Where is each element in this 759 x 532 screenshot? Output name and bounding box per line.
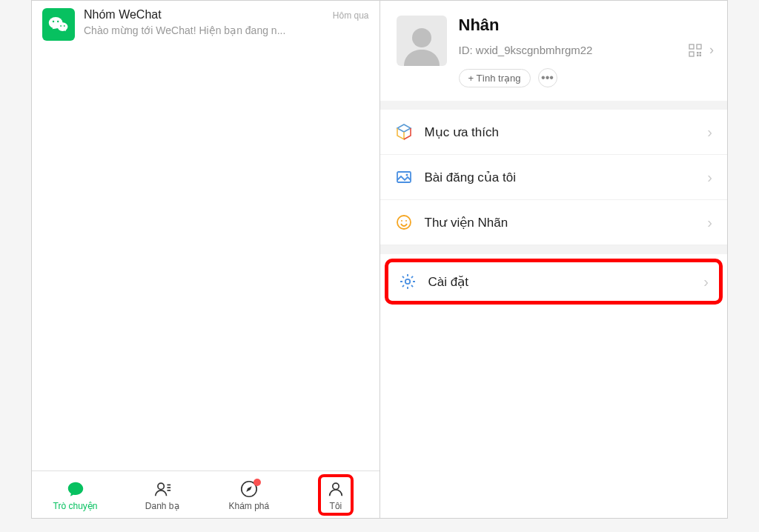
svg-rect-14 bbox=[697, 44, 701, 49]
highlight-annotation: Tôi bbox=[318, 474, 354, 516]
section-divider bbox=[380, 245, 728, 254]
contacts-icon bbox=[152, 479, 173, 499]
svg-point-24 bbox=[405, 220, 407, 222]
menu-list: Mục ưa thích › Bài đăng của tôi › bbox=[380, 110, 728, 309]
chat-list: Nhóm WeChat Hôm qua Chào mừng tới WeChat… bbox=[32, 1, 380, 471]
chevron-right-icon: › bbox=[709, 42, 714, 58]
menu-label: Bài đăng của tôi bbox=[425, 170, 696, 185]
svg-rect-13 bbox=[689, 44, 694, 49]
compass-icon bbox=[239, 479, 259, 499]
tab-discover[interactable]: Khám phá bbox=[205, 471, 292, 518]
profile-name: Nhân bbox=[459, 16, 715, 35]
chat-item-body: Nhóm WeChat Hôm qua Chào mừng tới WeChat… bbox=[84, 8, 369, 36]
svg-rect-15 bbox=[689, 52, 694, 56]
svg-rect-18 bbox=[697, 54, 699, 56]
image-icon bbox=[395, 168, 413, 186]
svg-point-4 bbox=[60, 25, 62, 27]
section-divider bbox=[380, 101, 728, 110]
svg-point-1 bbox=[53, 21, 54, 22]
status-button-label: + Tình trạng bbox=[468, 73, 521, 84]
chat-bubble-icon bbox=[65, 479, 86, 499]
svg-point-22 bbox=[397, 216, 411, 229]
chat-timestamp: Hôm qua bbox=[333, 10, 369, 21]
tab-label: Trò chuyện bbox=[53, 501, 98, 511]
tab-me[interactable]: Tôi bbox=[292, 471, 379, 518]
tab-label: Tôi bbox=[330, 501, 342, 511]
chevron-right-icon: › bbox=[707, 169, 712, 186]
svg-point-23 bbox=[401, 220, 402, 222]
chevron-right-icon: › bbox=[707, 214, 712, 231]
menu-item-favorites[interactable]: Mục ưa thích › bbox=[380, 110, 728, 155]
menu-item-settings[interactable]: Cài đặt › bbox=[385, 259, 723, 305]
svg-point-2 bbox=[57, 21, 59, 22]
tab-label: Khám phá bbox=[228, 501, 269, 511]
chat-preview: Chào mừng tới WeChat! Hiện bạn đang n... bbox=[84, 24, 369, 36]
smiley-icon bbox=[395, 213, 413, 231]
menu-item-stickers[interactable]: Thư viện Nhãn › bbox=[380, 200, 728, 245]
svg-point-21 bbox=[405, 174, 408, 176]
svg-point-11 bbox=[333, 483, 339, 489]
more-button[interactable]: ••• bbox=[538, 68, 557, 87]
wechat-icon bbox=[42, 8, 75, 41]
status-button[interactable]: + Tình trạng bbox=[459, 69, 531, 87]
svg-point-12 bbox=[412, 28, 431, 47]
tab-label: Danh bạ bbox=[145, 501, 179, 511]
gear-icon bbox=[399, 273, 417, 290]
chat-title: Nhóm WeChat bbox=[84, 8, 162, 21]
profile-info: Nhân ID: wxid_9kscgnbmhrgm22 bbox=[459, 16, 715, 87]
tab-contacts[interactable]: Danh bạ bbox=[119, 471, 205, 518]
dots-icon: ••• bbox=[541, 71, 554, 84]
person-icon bbox=[325, 479, 346, 499]
chevron-right-icon: › bbox=[703, 273, 709, 290]
menu-label: Thư viện Nhãn bbox=[425, 215, 696, 230]
menu-label: Cài đặt bbox=[428, 274, 692, 290]
profile-id: ID: wxid_9kscgnbmhrgm22 bbox=[459, 44, 682, 56]
qr-code-icon[interactable] bbox=[689, 44, 702, 57]
svg-rect-17 bbox=[700, 54, 702, 56]
chevron-right-icon: › bbox=[707, 124, 712, 141]
avatar bbox=[397, 16, 447, 66]
svg-point-3 bbox=[57, 22, 67, 31]
left-pane: Nhóm WeChat Hôm qua Chào mừng tới WeChat… bbox=[32, 1, 380, 518]
profile-header[interactable]: Nhân ID: wxid_9kscgnbmhrgm22 bbox=[380, 1, 728, 101]
svg-rect-20 bbox=[397, 172, 411, 182]
chat-item-wechat-team[interactable]: Nhóm WeChat Hôm qua Chào mừng tới WeChat… bbox=[32, 1, 380, 48]
svg-point-25 bbox=[405, 279, 409, 284]
menu-item-posts[interactable]: Bài đăng của tôi › bbox=[380, 155, 728, 200]
cube-icon bbox=[395, 123, 413, 141]
app-container: Nhóm WeChat Hôm qua Chào mừng tới WeChat… bbox=[31, 0, 728, 519]
svg-point-6 bbox=[158, 483, 164, 489]
right-pane: Nhân ID: wxid_9kscgnbmhrgm22 bbox=[380, 1, 728, 518]
svg-rect-16 bbox=[697, 52, 699, 54]
svg-rect-19 bbox=[700, 52, 702, 54]
svg-point-5 bbox=[64, 25, 65, 27]
bottom-tab-bar: Trò chuyện Danh bạ bbox=[32, 471, 380, 518]
menu-label: Mục ưa thích bbox=[425, 124, 696, 140]
notification-dot-icon bbox=[253, 479, 261, 486]
tab-chats[interactable]: Trò chuyện bbox=[32, 471, 119, 518]
